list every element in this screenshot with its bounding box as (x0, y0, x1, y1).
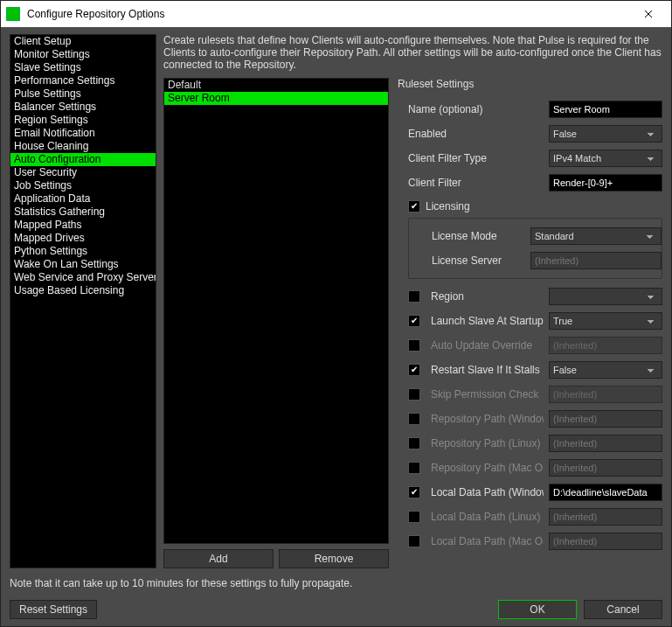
localWin-input[interactable] (549, 484, 662, 501)
client-filter-type-select[interactable]: IPv4 Match (549, 150, 662, 167)
window-title: Configure Repository Options (27, 8, 631, 20)
sidebar-item[interactable]: Balancer Settings (10, 101, 156, 114)
ruleset-column: DefaultServer Room Add Remove (163, 78, 389, 568)
skipPerm-label: Skip Permission Check (431, 388, 544, 401)
remove-button[interactable]: Remove (279, 549, 389, 568)
localLinux-input[interactable] (549, 508, 662, 526)
licensing-group: License Mode Standard License Server (408, 218, 662, 279)
setting-row-autoUpdate: Auto Update Override(Inherited) (408, 333, 662, 358)
license-server-input[interactable] (530, 252, 662, 269)
titlebar: Configure Repository Options (1, 1, 671, 27)
launchSlave-checkbox[interactable] (408, 315, 420, 327)
ruleset-list[interactable]: DefaultServer Room (163, 78, 389, 544)
localLinux-checkbox[interactable] (408, 511, 420, 523)
repoWin-input[interactable] (549, 410, 662, 428)
sidebar-item[interactable]: Job Settings (10, 179, 156, 192)
repoLinux-input[interactable] (549, 435, 662, 452)
content-area: Client SetupMonitor SettingsSlave Settin… (1, 27, 671, 626)
settings-title: Ruleset Settings (398, 78, 662, 90)
setting-row-repoMac: Repository Path (Mac OSX) (408, 456, 662, 480)
ruleset-item[interactable]: Default (164, 79, 388, 92)
footer-note: Note that it can take up to 10 minutes f… (10, 574, 662, 591)
sidebar-item[interactable]: Application Data (10, 192, 156, 206)
launchSlave-input[interactable]: True (549, 312, 662, 330)
autoUpdate-label: Auto Update Override (431, 339, 544, 352)
enabled-label: Enabled (408, 128, 544, 140)
sidebar-item[interactable]: Web Service and Proxy Server (10, 271, 156, 284)
setting-row-localWin: Local Data Path (Windows) (408, 480, 662, 505)
name-label: Name (optional) (408, 103, 544, 115)
skipPerm-checkbox[interactable] (408, 388, 420, 401)
launchSlave-label: Launch Slave At Startup (431, 315, 544, 327)
description-text: Create rulesets that define how Clients … (163, 34, 662, 71)
sidebar-item[interactable]: Mapped Paths (10, 219, 156, 232)
setting-row-localMac: Local Data Path (Mac OSX) (408, 529, 662, 554)
setting-row-repoWin: Repository Path (Windows) (408, 407, 662, 431)
add-button[interactable]: Add (163, 549, 274, 568)
sidebar-item[interactable]: Statistics Gathering (10, 206, 156, 219)
region-input[interactable] (549, 288, 662, 305)
region-label: Region (431, 290, 544, 303)
sidebar-item[interactable]: Monitor Settings (10, 48, 156, 61)
repoLinux-checkbox[interactable] (408, 437, 420, 449)
sidebar-item[interactable]: Usage Based Licensing (10, 284, 156, 297)
sidebar-item[interactable]: House Cleaning (10, 140, 156, 153)
app-icon (6, 7, 20, 21)
sidebar-item[interactable]: Auto Configuration (10, 153, 156, 166)
close-icon (644, 10, 653, 18)
restartSlave-input[interactable]: False (549, 361, 662, 379)
sidebar-item[interactable]: Python Settings (10, 245, 156, 258)
skipPerm-input[interactable]: (Inherited) (549, 386, 662, 403)
dialog-window: Configure Repository Options Client Setu… (0, 0, 672, 627)
settings-panel: Ruleset Settings Name (optional) Enabled… (398, 78, 662, 568)
category-sidebar[interactable]: Client SetupMonitor SettingsSlave Settin… (10, 34, 156, 568)
restartSlave-checkbox[interactable] (408, 364, 420, 376)
license-mode-label: License Mode (432, 230, 525, 242)
sidebar-item[interactable]: Mapped Drives (10, 232, 156, 245)
client-filter-type-label: Client Filter Type (408, 152, 544, 164)
sidebar-item[interactable]: User Security (10, 166, 156, 179)
ruleset-item[interactable]: Server Room (164, 92, 388, 105)
setting-row-launchSlave: Launch Slave At StartupTrue (408, 309, 662, 333)
setting-row-skipPerm: Skip Permission Check(Inherited) (408, 382, 662, 407)
repoMac-checkbox[interactable] (408, 462, 420, 474)
sidebar-item[interactable]: Email Notification (10, 127, 156, 140)
setting-row-localLinux: Local Data Path (Linux) (408, 505, 662, 529)
repoLinux-label: Repository Path (Linux) (431, 437, 544, 449)
client-filter-input[interactable] (549, 174, 662, 192)
repoMac-input[interactable] (549, 459, 662, 477)
client-filter-label: Client Filter (408, 177, 544, 189)
footer-buttons: Reset Settings OK Cancel (10, 596, 662, 626)
sidebar-item[interactable]: Client Setup (10, 35, 156, 48)
license-mode-select[interactable]: Standard (530, 227, 662, 245)
repoWin-label: Repository Path (Windows) (431, 413, 544, 425)
autoUpdate-input[interactable]: (Inherited) (549, 337, 662, 354)
repoWin-checkbox[interactable] (408, 413, 420, 425)
localWin-checkbox[interactable] (408, 486, 420, 498)
name-input[interactable] (549, 101, 662, 118)
autoUpdate-checkbox[interactable] (408, 339, 420, 352)
reset-settings-button[interactable]: Reset Settings (10, 600, 97, 619)
main-row: Client SetupMonitor SettingsSlave Settin… (10, 34, 662, 568)
setting-row-repoLinux: Repository Path (Linux) (408, 431, 662, 456)
close-button[interactable] (631, 2, 666, 26)
setting-row-restartSlave: Restart Slave If It StallsFalse (408, 358, 662, 382)
region-checkbox[interactable] (408, 290, 420, 303)
sidebar-item[interactable]: Wake On Lan Settings (10, 258, 156, 271)
localMac-checkbox[interactable] (408, 535, 420, 547)
sidebar-item[interactable]: Performance Settings (10, 74, 156, 87)
ok-button[interactable]: OK (498, 600, 577, 619)
localWin-label: Local Data Path (Windows) (431, 486, 544, 498)
cancel-button[interactable]: Cancel (584, 600, 662, 619)
localLinux-label: Local Data Path (Linux) (431, 511, 544, 523)
sidebar-item[interactable]: Slave Settings (10, 61, 156, 74)
licensing-checkbox[interactable] (408, 200, 420, 212)
localMac-label: Local Data Path (Mac OSX) (431, 535, 544, 547)
sidebar-item[interactable]: Region Settings (10, 114, 156, 127)
enabled-select[interactable]: False (549, 125, 662, 143)
sidebar-item[interactable]: Pulse Settings (10, 87, 156, 101)
localMac-input[interactable] (549, 533, 662, 550)
repoMac-label: Repository Path (Mac OSX) (431, 462, 544, 474)
license-server-label: License Server (432, 254, 525, 267)
setting-row-region: Region (408, 284, 662, 309)
